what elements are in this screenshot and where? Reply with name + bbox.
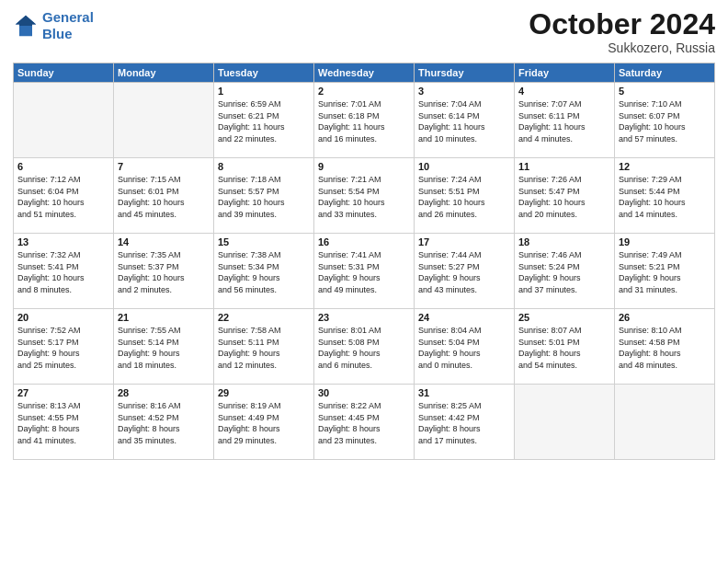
day-number: 11 [518, 161, 610, 172]
day-info: Sunrise: 8:19 AM Sunset: 4:49 PM Dayligh… [218, 400, 310, 446]
day-number: 2 [318, 86, 410, 97]
day-info: Sunrise: 8:01 AM Sunset: 5:08 PM Dayligh… [318, 325, 410, 371]
table-row: 19Sunrise: 7:49 AM Sunset: 5:21 PM Dayli… [615, 234, 715, 309]
table-row [615, 385, 715, 460]
day-info: Sunrise: 7:41 AM Sunset: 5:31 PM Dayligh… [318, 249, 410, 295]
table-row: 23Sunrise: 8:01 AM Sunset: 5:08 PM Dayli… [314, 309, 415, 385]
day-number: 18 [518, 236, 610, 247]
day-info: Sunrise: 8:16 AM Sunset: 4:52 PM Dayligh… [118, 400, 210, 446]
day-info: Sunrise: 7:35 AM Sunset: 5:37 PM Dayligh… [118, 249, 210, 295]
table-row: 5Sunrise: 7:10 AM Sunset: 6:07 PM Daylig… [615, 83, 715, 158]
day-info: Sunrise: 7:15 AM Sunset: 6:01 PM Dayligh… [118, 174, 210, 220]
day-info: Sunrise: 7:07 AM Sunset: 6:11 PM Dayligh… [518, 98, 610, 144]
day-number: 6 [17, 161, 109, 172]
table-row: 10Sunrise: 7:24 AM Sunset: 5:51 PM Dayli… [415, 158, 515, 234]
table-row: 29Sunrise: 8:19 AM Sunset: 4:49 PM Dayli… [214, 385, 314, 460]
day-info: Sunrise: 7:44 AM Sunset: 5:27 PM Dayligh… [418, 249, 510, 295]
header-thursday: Thursday [415, 63, 515, 83]
day-info: Sunrise: 7:38 AM Sunset: 5:34 PM Dayligh… [218, 249, 310, 295]
table-row: 12Sunrise: 7:29 AM Sunset: 5:44 PM Dayli… [615, 158, 715, 234]
table-row: 9Sunrise: 7:21 AM Sunset: 5:54 PM Daylig… [314, 158, 415, 234]
table-row: 26Sunrise: 8:10 AM Sunset: 4:58 PM Dayli… [615, 309, 715, 385]
table-row: 14Sunrise: 7:35 AM Sunset: 5:37 PM Dayli… [114, 234, 214, 309]
table-row: 21Sunrise: 7:55 AM Sunset: 5:14 PM Dayli… [114, 309, 214, 385]
svg-marker-1 [16, 16, 36, 26]
logo: General Blue [13, 9, 94, 42]
day-number: 1 [218, 86, 310, 97]
day-number: 7 [118, 161, 210, 172]
day-info: Sunrise: 8:13 AM Sunset: 4:55 PM Dayligh… [17, 400, 109, 446]
title-block: October 2024 Sukkozero, Russia [529, 9, 715, 55]
day-info: Sunrise: 7:12 AM Sunset: 6:04 PM Dayligh… [17, 174, 109, 220]
table-row: 2Sunrise: 7:01 AM Sunset: 6:18 PM Daylig… [314, 83, 415, 158]
day-number: 21 [118, 312, 210, 323]
table-row: 13Sunrise: 7:32 AM Sunset: 5:41 PM Dayli… [14, 234, 114, 309]
day-number: 20 [17, 312, 109, 323]
day-number: 5 [619, 86, 711, 97]
header-tuesday: Tuesday [214, 63, 314, 83]
day-number: 15 [218, 236, 310, 247]
table-row: 22Sunrise: 7:58 AM Sunset: 5:11 PM Dayli… [214, 309, 314, 385]
day-info: Sunrise: 7:52 AM Sunset: 5:17 PM Dayligh… [17, 325, 109, 371]
day-info: Sunrise: 7:46 AM Sunset: 5:24 PM Dayligh… [518, 249, 610, 295]
week-row-1: 1Sunrise: 6:59 AM Sunset: 6:21 PM Daylig… [14, 83, 715, 158]
table-row: 18Sunrise: 7:46 AM Sunset: 5:24 PM Dayli… [515, 234, 615, 309]
day-info: Sunrise: 8:07 AM Sunset: 5:01 PM Dayligh… [518, 325, 610, 371]
location-subtitle: Sukkozero, Russia [529, 40, 715, 55]
day-number: 22 [218, 312, 310, 323]
day-number: 24 [418, 312, 510, 323]
logo-text: General Blue [42, 9, 94, 42]
table-row [114, 83, 214, 158]
table-row: 7Sunrise: 7:15 AM Sunset: 6:01 PM Daylig… [114, 158, 214, 234]
day-info: Sunrise: 7:49 AM Sunset: 5:21 PM Dayligh… [619, 249, 711, 295]
day-number: 26 [619, 312, 711, 323]
page-container: General Blue October 2024 Sukkozero, Rus… [0, 0, 728, 563]
day-number: 19 [619, 236, 711, 247]
table-row: 25Sunrise: 8:07 AM Sunset: 5:01 PM Dayli… [515, 309, 615, 385]
week-row-2: 6Sunrise: 7:12 AM Sunset: 6:04 PM Daylig… [14, 158, 715, 234]
month-title: October 2024 [529, 9, 715, 39]
table-row: 20Sunrise: 7:52 AM Sunset: 5:17 PM Dayli… [14, 309, 114, 385]
day-number: 16 [318, 236, 410, 247]
day-info: Sunrise: 7:32 AM Sunset: 5:41 PM Dayligh… [17, 249, 109, 295]
day-info: Sunrise: 8:04 AM Sunset: 5:04 PM Dayligh… [418, 325, 510, 371]
table-row: 3Sunrise: 7:04 AM Sunset: 6:14 PM Daylig… [415, 83, 515, 158]
table-row: 17Sunrise: 7:44 AM Sunset: 5:27 PM Dayli… [415, 234, 515, 309]
day-info: Sunrise: 8:22 AM Sunset: 4:45 PM Dayligh… [318, 400, 410, 446]
table-row: 27Sunrise: 8:13 AM Sunset: 4:55 PM Dayli… [14, 385, 114, 460]
day-number: 31 [418, 387, 510, 398]
table-row: 8Sunrise: 7:18 AM Sunset: 5:57 PM Daylig… [214, 158, 314, 234]
day-info: Sunrise: 7:58 AM Sunset: 5:11 PM Dayligh… [218, 325, 310, 371]
table-row: 30Sunrise: 8:22 AM Sunset: 4:45 PM Dayli… [314, 385, 415, 460]
day-number: 23 [318, 312, 410, 323]
header-wednesday: Wednesday [314, 63, 415, 83]
header-row: Sunday Monday Tuesday Wednesday Thursday… [14, 63, 715, 83]
day-info: Sunrise: 6:59 AM Sunset: 6:21 PM Dayligh… [218, 98, 310, 144]
table-row [515, 385, 615, 460]
day-number: 27 [17, 387, 109, 398]
week-row-5: 27Sunrise: 8:13 AM Sunset: 4:55 PM Dayli… [14, 385, 715, 460]
day-info: Sunrise: 7:04 AM Sunset: 6:14 PM Dayligh… [418, 98, 510, 144]
table-row [14, 83, 114, 158]
day-info: Sunrise: 8:25 AM Sunset: 4:42 PM Dayligh… [418, 400, 510, 446]
week-row-4: 20Sunrise: 7:52 AM Sunset: 5:17 PM Dayli… [14, 309, 715, 385]
day-info: Sunrise: 7:10 AM Sunset: 6:07 PM Dayligh… [619, 98, 711, 144]
day-info: Sunrise: 7:24 AM Sunset: 5:51 PM Dayligh… [418, 174, 510, 220]
day-number: 28 [118, 387, 210, 398]
day-number: 12 [619, 161, 711, 172]
day-number: 17 [418, 236, 510, 247]
day-number: 29 [218, 387, 310, 398]
day-info: Sunrise: 7:26 AM Sunset: 5:47 PM Dayligh… [518, 174, 610, 220]
table-row: 28Sunrise: 8:16 AM Sunset: 4:52 PM Dayli… [114, 385, 214, 460]
header-saturday: Saturday [615, 63, 715, 83]
header-friday: Friday [515, 63, 615, 83]
day-info: Sunrise: 7:21 AM Sunset: 5:54 PM Dayligh… [318, 174, 410, 220]
table-row: 6Sunrise: 7:12 AM Sunset: 6:04 PM Daylig… [14, 158, 114, 234]
table-row: 24Sunrise: 8:04 AM Sunset: 5:04 PM Dayli… [415, 309, 515, 385]
calendar-table: Sunday Monday Tuesday Wednesday Thursday… [13, 63, 715, 460]
day-number: 9 [318, 161, 410, 172]
day-info: Sunrise: 7:01 AM Sunset: 6:18 PM Dayligh… [318, 98, 410, 144]
header-sunday: Sunday [14, 63, 114, 83]
day-info: Sunrise: 7:55 AM Sunset: 5:14 PM Dayligh… [118, 325, 210, 371]
logo-icon [13, 13, 39, 39]
